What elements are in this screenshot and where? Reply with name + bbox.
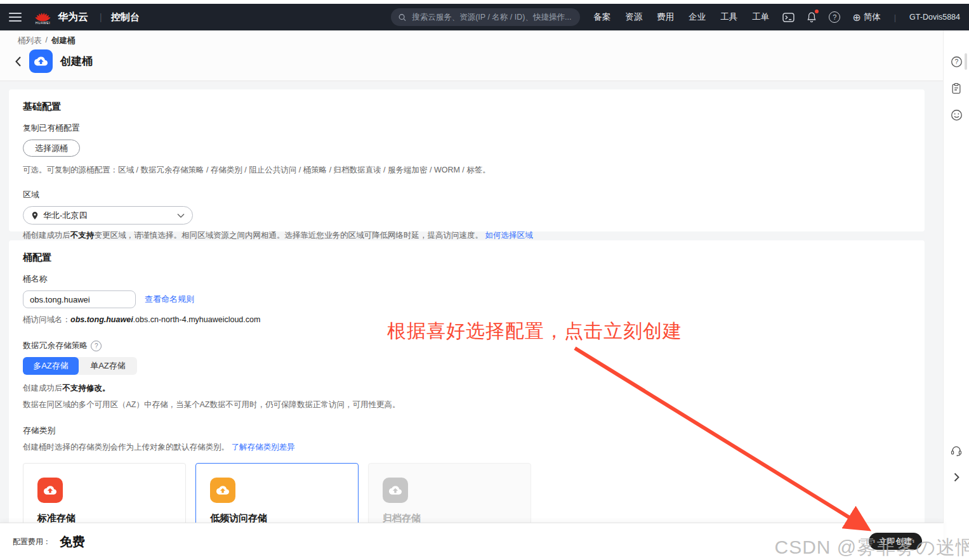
create-now-button[interactable]: 立即创建: [869, 533, 922, 550]
storage-card-archive[interactable]: 归档存储 适用于很少访问（平均一年访问一次）数据的业务场景。安全、持久且成本低，…: [368, 463, 531, 523]
how-to-choose-region-link[interactable]: 如何选择区域: [485, 231, 532, 240]
storage-card-infrequent[interactable]: 低频访问存储 适合高可靠，低成本，较少访问场景，可靠、较低成本的实时访问存储服务…: [195, 463, 359, 523]
cli-terminal-icon[interactable]: [782, 13, 794, 22]
search-input[interactable]: [411, 12, 572, 22]
account-name[interactable]: GT-Dovis5884: [909, 13, 960, 22]
breadcrumb: 桶列表 / 创建桶: [18, 36, 75, 46]
sidebar-feedback-smiley-icon[interactable]: [944, 101, 969, 128]
huawei-logo[interactable]: HUAWEI: [34, 10, 51, 25]
az-toggle: 多AZ存储 单AZ存储: [23, 357, 911, 375]
redundancy-help-icon[interactable]: ?: [91, 341, 102, 351]
notifications-bell-icon[interactable]: [807, 11, 817, 23]
standard-storage-icon: [37, 478, 63, 503]
single-az-option[interactable]: 单AZ存储: [76, 357, 137, 375]
footer-bar: 配置费用： 免费 立即创建: [0, 523, 944, 560]
notification-badge: [815, 10, 819, 13]
storage-card-standard[interactable]: 标准存储 适用于需要频繁访问大量热点文件（平均一个月多次）的场景。访问时延低、吞…: [23, 463, 186, 523]
help-icon[interactable]: ?: [829, 11, 840, 23]
top-menu: 备案 资源 费用 企业 工具 工单: [593, 11, 769, 23]
fee-value: 免费: [60, 533, 85, 550]
archive-storage-icon: [383, 478, 408, 503]
bucket-config-panel: 桶配置 桶名称 查看命名规则 桶访问域名：obs.tong.huawei.obs…: [9, 240, 925, 523]
select-source-bucket-button[interactable]: 选择源桶: [23, 140, 80, 157]
region-select[interactable]: 华北-北京四: [23, 206, 193, 225]
menu-item-tools[interactable]: 工具: [720, 11, 737, 23]
redundancy-note: 创建成功后不支持修改。: [23, 383, 911, 394]
breadcrumb-bucket-list[interactable]: 桶列表: [18, 36, 42, 46]
svg-text:?: ?: [954, 58, 958, 65]
bucket-name-label: 桶名称: [23, 274, 911, 285]
menu-item-beian[interactable]: 备案: [593, 11, 610, 23]
basic-config-panel: 基础配置 复制已有桶配置 选择源桶 可选。可复制的源桶配置：区域 / 数据冗余存…: [9, 89, 925, 231]
copy-config-hint: 可选。可复制的源桶配置：区域 / 数据冗余存储策略 / 存储类别 / 阻止公共访…: [23, 165, 911, 176]
breadcrumb-separator: /: [46, 36, 48, 46]
menu-hamburger-icon[interactable]: [9, 13, 22, 22]
divider: |: [100, 12, 102, 22]
bucket-config-title: 桶配置: [23, 252, 911, 264]
region-label: 区域: [23, 190, 911, 200]
sidebar-collapse-chevron-icon[interactable]: [944, 464, 969, 490]
page-header: 桶列表 / 创建桶 创建桶: [0, 30, 944, 81]
back-button[interactable]: [10, 54, 25, 69]
menu-item-enterprise[interactable]: 企业: [689, 11, 706, 23]
bucket-name-input[interactable]: [23, 290, 136, 308]
menu-item-resources[interactable]: 资源: [625, 11, 642, 23]
card-title: 低频访问存储: [210, 512, 344, 523]
fee-label: 配置费用：: [13, 537, 51, 547]
redundancy-label: 数据冗余存储策略: [23, 341, 88, 351]
sidebar-scrollbar-thumb[interactable]: [965, 53, 967, 70]
menu-item-billing[interactable]: 费用: [657, 11, 674, 23]
region-select-value: 华北-北京四: [43, 210, 173, 221]
tutorial-annotation-text: 根据喜好选择配置，点击立刻创建: [387, 318, 682, 344]
language-switcher[interactable]: ⊕ 简体: [852, 11, 880, 23]
basic-config-title: 基础配置: [23, 101, 911, 113]
region-note: 桶创建成功后不支持变更区域，请谨慎选择。相同区域资源之间内网相通。选择靠近您业务…: [23, 230, 911, 241]
storage-class-label: 存储类别: [23, 426, 911, 436]
infrequent-storage-icon: [210, 478, 235, 503]
huawei-wordmark: HUAWEI: [36, 21, 50, 25]
location-pin-icon: [31, 211, 39, 220]
storage-class-cards: 标准存储 适用于需要频繁访问大量热点文件（平均一个月多次）的场景。访问时延低、吞…: [23, 463, 911, 523]
language-label: 简体: [864, 11, 881, 23]
sidebar-docs-clipboard-icon[interactable]: [944, 75, 969, 101]
top-nav-bar: HUAWEI 华为云 | 控制台 备案 资源 费用 企业 工具 工单: [0, 4, 969, 30]
multi-az-option[interactable]: 多AZ存储: [23, 357, 79, 375]
card-title: 标准存储: [37, 512, 171, 523]
search-icon: [399, 13, 406, 22]
redundancy-desc: 数据在同区域的多个可用区（AZ）中存储，当某个AZ数据不可用时，仍可保障数据正常…: [23, 400, 911, 410]
divider: |: [894, 13, 896, 22]
obs-service-icon: [29, 49, 53, 73]
brand-name[interactable]: 华为云: [58, 11, 88, 24]
storage-class-desc: 创建桶时选择的存储类别会作为上传对象的默认存储类别。 了解存储类别差异: [23, 442, 911, 453]
card-title: 归档存储: [383, 512, 517, 523]
breadcrumb-current: 创建桶: [51, 36, 76, 46]
copy-config-label: 复制已有桶配置: [23, 123, 911, 134]
storage-class-diff-link[interactable]: 了解存储类别差异: [231, 443, 294, 452]
chevron-down-icon: [177, 213, 185, 218]
main-content: 基础配置 复制已有桶配置 选择源桶 可选。可复制的源桶配置：区域 / 数据冗余存…: [0, 81, 944, 523]
global-search[interactable]: [391, 8, 580, 26]
console-link[interactable]: 控制台: [111, 11, 140, 23]
globe-icon: ⊕: [852, 11, 860, 23]
huawei-flower-icon: [34, 10, 51, 22]
naming-rules-link[interactable]: 查看命名规则: [145, 294, 194, 305]
page-title: 创建桶: [60, 54, 93, 68]
sidebar-support-headset-icon[interactable]: [944, 437, 969, 464]
create-bucket-page: HUAWEI 华为云 | 控制台 备案 资源 费用 企业 工具 工单: [0, 0, 969, 560]
utility-sidebar: ?: [943, 30, 969, 560]
menu-item-tickets[interactable]: 工单: [752, 11, 769, 23]
